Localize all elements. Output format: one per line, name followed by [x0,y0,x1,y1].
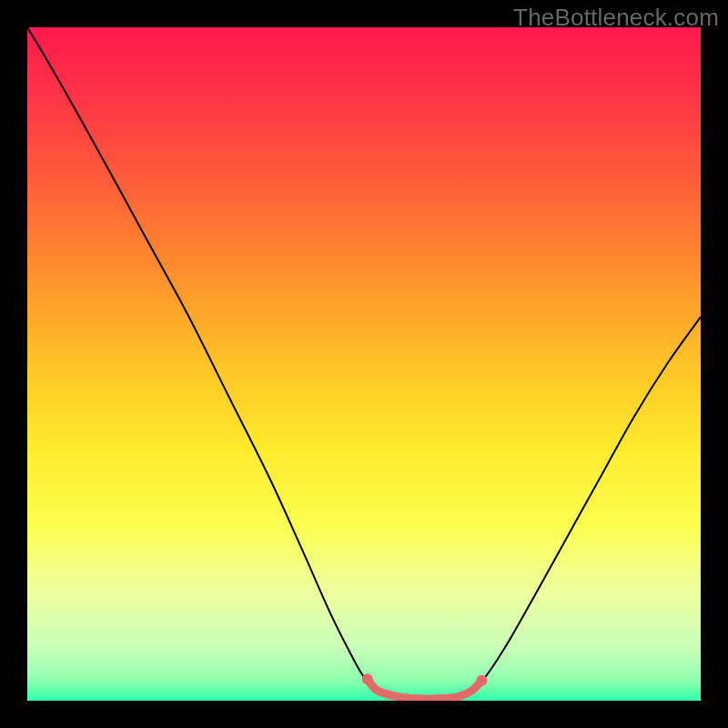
valley-endpoint-dot [477,675,488,686]
watermark-text: TheBottleneck.com [513,4,719,32]
gradient-background [27,27,701,701]
chart-frame: TheBottleneck.com [0,0,728,728]
bottleneck-chart [27,27,701,701]
plot-area [27,27,701,701]
valley-endpoint-dot [362,673,373,684]
